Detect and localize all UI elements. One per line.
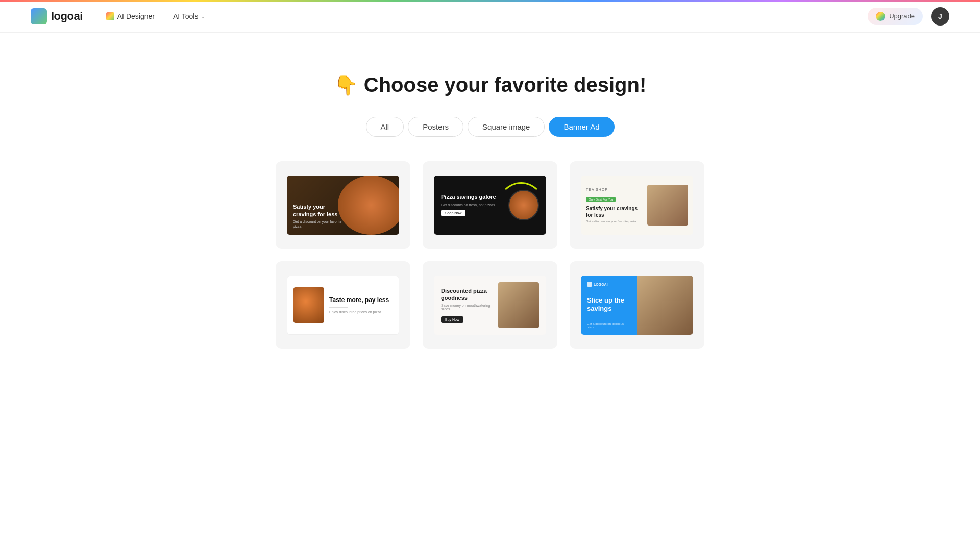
preview-3-sub: Get a discount on your favorite pasta bbox=[586, 220, 643, 223]
header-right: Upgrade J bbox=[868, 7, 949, 26]
preview-4-sub: Enjoy discounted prices on pizza bbox=[329, 310, 389, 314]
nav-ai-tools-label: AI Tools bbox=[173, 12, 199, 20]
nav-ai-tools[interactable]: AI Tools ↓ bbox=[166, 8, 212, 24]
header: logoai AI Designer AI Tools ↓ Upgrade J bbox=[0, 0, 980, 33]
rainbow-top-bar bbox=[0, 0, 980, 2]
preview-4-headline: Taste more, pay less bbox=[329, 296, 389, 305]
preview-5-sub: Save money on mouthwatering slices bbox=[441, 304, 492, 311]
design-grid: Satisfy your cravings for less Get a dis… bbox=[260, 161, 720, 349]
preview-1-headline: Satisfy your cravings for less Get a dis… bbox=[293, 203, 349, 229]
preview-3-content: TEA SHOP Only Best For You Satisfy your … bbox=[586, 188, 647, 223]
preview-4-content: Taste more, pay less Enjoy discounted pr… bbox=[329, 296, 389, 314]
design-preview-5: Discounted pizza goodness Save money on … bbox=[434, 276, 546, 335]
design-card-2[interactable]: Pizza savings galore Get discounts on fr… bbox=[423, 161, 557, 249]
preview-2-sub: Get discounts on fresh, hot pizzas bbox=[441, 203, 496, 207]
design-preview-6: LOGOAI Slice up the savings Get a discou… bbox=[581, 276, 693, 335]
design-preview-1: Satisfy your cravings for less Get a dis… bbox=[287, 176, 399, 235]
preview-6-headline: Slice up the savings bbox=[587, 296, 631, 312]
main-content: 👇 Choose your favorite design! All Poste… bbox=[0, 33, 980, 349]
page-title: 👇 Choose your favorite design! bbox=[334, 73, 646, 96]
design-card-6[interactable]: LOGOAI Slice up the savings Get a discou… bbox=[570, 261, 704, 349]
main-nav: AI Designer AI Tools ↓ bbox=[99, 8, 212, 24]
preview-5-content: Discounted pizza goodness Save money on … bbox=[441, 287, 492, 323]
nav-ai-designer[interactable]: AI Designer bbox=[99, 8, 162, 24]
user-avatar[interactable]: J bbox=[931, 7, 949, 26]
avatar-initial: J bbox=[938, 12, 942, 20]
logo-text: logoai bbox=[51, 10, 83, 23]
pizza-image-5 bbox=[498, 282, 539, 328]
filter-square-image[interactable]: Square image bbox=[468, 117, 545, 137]
preview-6-brand: LOGOAI bbox=[594, 283, 608, 286]
pizza-image-4 bbox=[293, 287, 324, 323]
preview-1-sub: Get a discount on your favorite pizza bbox=[293, 219, 349, 229]
design-card-4[interactable]: Taste more, pay less Enjoy discounted pr… bbox=[276, 261, 410, 349]
preview-2-cta: Shop Now bbox=[441, 210, 465, 216]
design-preview-2: Pizza savings galore Get discounts on fr… bbox=[434, 176, 546, 235]
preview-6-logo: LOGOAI bbox=[587, 282, 631, 287]
preview-5-headline: Discounted pizza goodness bbox=[441, 287, 492, 302]
filter-posters[interactable]: Posters bbox=[408, 117, 463, 137]
logo-icon bbox=[31, 8, 47, 24]
title-emoji: 👇 bbox=[334, 74, 358, 96]
filter-all[interactable]: All bbox=[366, 117, 404, 137]
preview-3-headline: Satisfy your cravings for less bbox=[586, 205, 643, 218]
preview-2-headline: Pizza savings galore bbox=[441, 194, 496, 200]
pizza-image-3 bbox=[647, 185, 688, 226]
preview-6-logo-icon bbox=[587, 282, 592, 287]
upgrade-button[interactable]: Upgrade bbox=[868, 8, 923, 25]
header-left: logoai AI Designer AI Tools ↓ bbox=[31, 8, 211, 24]
design-card-5[interactable]: Discounted pizza goodness Save money on … bbox=[423, 261, 557, 349]
upgrade-label: Upgrade bbox=[889, 12, 915, 20]
upgrade-icon bbox=[876, 12, 885, 21]
filter-banner-ad[interactable]: Banner Ad bbox=[549, 117, 614, 137]
logo[interactable]: logoai bbox=[31, 8, 83, 24]
design-card-3[interactable]: TEA SHOP Only Best For You Satisfy your … bbox=[570, 161, 704, 249]
preview-3-brand: TEA SHOP bbox=[586, 188, 643, 191]
preview-6-content: LOGOAI Slice up the savings Get a discou… bbox=[581, 276, 637, 335]
preview-5-cta: Buy Now bbox=[441, 316, 463, 323]
filter-tabs: All Posters Square image Banner Ad bbox=[366, 117, 615, 137]
preview-3-tag: Only Best For You bbox=[586, 197, 616, 202]
ai-designer-icon bbox=[106, 12, 114, 20]
design-preview-3: TEA SHOP Only Best For You Satisfy your … bbox=[581, 176, 693, 235]
design-card-1[interactable]: Satisfy your cravings for less Get a dis… bbox=[276, 161, 410, 249]
nav-ai-designer-label: AI Designer bbox=[117, 12, 155, 20]
preview-6-sub: Get a discount on delicious pizza bbox=[587, 322, 631, 329]
preview-4-divider bbox=[329, 307, 348, 308]
page-title-text: Choose your favorite design! bbox=[364, 73, 646, 96]
pizza-image-6 bbox=[637, 276, 693, 335]
nav-ai-tools-arrow: ↓ bbox=[201, 13, 204, 20]
preview-2-content: Pizza savings galore Get discounts on fr… bbox=[441, 194, 496, 216]
design-preview-4: Taste more, pay less Enjoy discounted pr… bbox=[287, 276, 399, 335]
circle-decoration bbox=[498, 182, 544, 228]
